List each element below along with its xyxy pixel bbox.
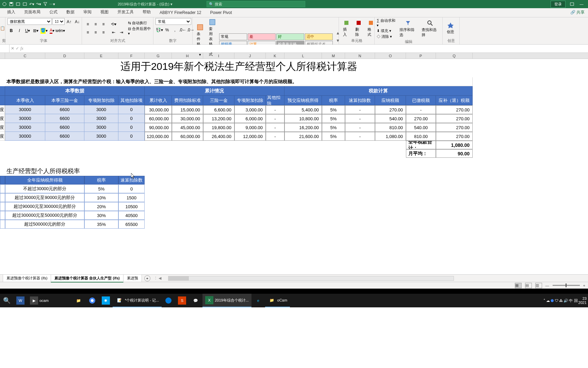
horizontal-scrollbar[interactable] bbox=[168, 276, 454, 281]
tab-view[interactable]: 视图 bbox=[96, 7, 113, 17]
col-header[interactable]: I bbox=[203, 53, 234, 59]
data-cell[interactable]: 19,800.00 bbox=[203, 123, 234, 132]
col-header[interactable]: M bbox=[322, 53, 345, 59]
merge-button[interactable]: ⊟ 合并后居中 ▾ bbox=[128, 26, 151, 36]
rate-cell[interactable]: 30% bbox=[84, 211, 118, 220]
sheet-title[interactable]: 适用于2019年新个税法生产经营型个人所得税计算器 bbox=[5, 59, 473, 74]
col-header[interactable]: O bbox=[375, 53, 406, 59]
fill-color-icon[interactable]: 🪣▾ bbox=[40, 27, 48, 34]
taskbar-app[interactable]: S bbox=[175, 294, 189, 307]
tab-layout[interactable]: 页面布局 bbox=[20, 7, 45, 17]
add-sheet-button[interactable]: + bbox=[144, 275, 150, 281]
border-icon[interactable]: ⊞▾ bbox=[32, 27, 39, 34]
sub-header[interactable]: 其他扣除项 bbox=[118, 96, 145, 105]
data-cell[interactable]: 6,000.00 bbox=[234, 114, 266, 123]
data-cell[interactable]: 30,000.00 bbox=[172, 114, 203, 123]
qat-icon[interactable] bbox=[15, 1, 21, 7]
data-cell[interactable]: 30000 bbox=[5, 123, 45, 132]
decrease-font-icon[interactable]: A↓ bbox=[74, 18, 81, 26]
data-cell[interactable]: - bbox=[345, 123, 375, 132]
page-layout-view-icon[interactable]: ▤ bbox=[525, 283, 532, 288]
data-cell[interactable]: 12,000.00 bbox=[234, 132, 266, 141]
row-label[interactable]: 度 bbox=[0, 123, 5, 132]
percent-icon[interactable]: % bbox=[163, 26, 171, 34]
zoom-slider[interactable] bbox=[553, 285, 580, 286]
data-cell[interactable]: 5% bbox=[322, 123, 345, 132]
select-all-corner[interactable] bbox=[0, 53, 5, 59]
search-box[interactable]: 🔍 搜索 bbox=[207, 1, 305, 7]
font-name-select[interactable]: 微软雅黑 bbox=[7, 18, 52, 25]
undo-icon[interactable]: ↶▾ bbox=[29, 1, 35, 7]
group-header[interactable]: 税款计算 bbox=[284, 86, 473, 96]
start-button[interactable]: 🔍 bbox=[0, 294, 14, 307]
rate-row[interactable]: 超过30000元至90000元的部分 10% 1500 bbox=[0, 193, 588, 202]
rate-cell[interactable]: 超过300000元至500000元的部分 bbox=[5, 211, 84, 220]
tab-developer[interactable]: 开发工具 bbox=[113, 7, 138, 17]
tray-ime[interactable]: 中 国 bbox=[569, 298, 577, 303]
ideas-button[interactable]: 创意 bbox=[445, 21, 456, 35]
sub-header[interactable]: 税率 bbox=[322, 96, 345, 105]
rate-cell[interactable]: 10500 bbox=[118, 202, 145, 211]
row-label[interactable]: 度 bbox=[0, 132, 5, 141]
data-cell[interactable]: 30000 bbox=[5, 105, 45, 114]
col-header[interactable]: C bbox=[5, 53, 45, 59]
increase-indent-icon[interactable]: ⇥ bbox=[118, 29, 125, 36]
data-cell[interactable]: 3000 bbox=[84, 105, 118, 114]
sub-header[interactable]: 本季收入 bbox=[5, 96, 45, 105]
align-left-icon[interactable]: ≡ bbox=[84, 29, 92, 36]
data-cell[interactable]: 810.00 bbox=[375, 123, 406, 132]
data-row[interactable]: 度 30000 6600 3000 0 120,000.00 60,000.00… bbox=[0, 132, 588, 141]
data-cell[interactable]: 45,000.00 bbox=[172, 123, 203, 132]
taskbar-ie[interactable]: e bbox=[251, 294, 265, 307]
row-label[interactable]: 度 bbox=[0, 105, 5, 114]
cancel-icon[interactable]: ✕ bbox=[11, 46, 14, 51]
data-cell[interactable]: 5% bbox=[322, 114, 345, 123]
rate-cell[interactable]: 超过90000元至300000元的部分 bbox=[5, 202, 84, 211]
tray-network-icon[interactable]: 🖧 bbox=[559, 298, 563, 303]
font-color-icon[interactable]: A▾ bbox=[48, 27, 56, 34]
col-header[interactable]: E bbox=[84, 53, 118, 59]
taskbar-app[interactable]: ✱ bbox=[99, 294, 113, 307]
col-header[interactable]: H bbox=[172, 53, 203, 59]
tab-review[interactable]: 审阅 bbox=[79, 7, 96, 17]
data-cell[interactable]: 540.00 bbox=[406, 123, 436, 132]
rate-cell[interactable]: 超过500000元的部分 bbox=[5, 220, 84, 229]
tab-help[interactable]: 帮助 bbox=[138, 7, 155, 17]
row-label[interactable]: 度 bbox=[0, 114, 5, 123]
rate-row[interactable]: 不超过30000元的部分 5% 0 bbox=[0, 184, 588, 193]
sub-header[interactable]: 三险一金 bbox=[203, 96, 234, 105]
summary-label[interactable]: 全年税款合计： bbox=[406, 141, 436, 149]
style-neutral[interactable]: 适中 bbox=[305, 33, 333, 40]
rate-table-title[interactable]: 生产经营型个人所得税税率 bbox=[5, 166, 145, 176]
summary-value[interactable]: 90.00 bbox=[436, 149, 473, 158]
name-box[interactable] bbox=[0, 45, 10, 52]
increase-decimal-icon[interactable]: .0← bbox=[179, 26, 186, 34]
wrap-text-button[interactable]: ⇆ 自动换行 bbox=[128, 20, 151, 26]
touch-icon[interactable]: ▾ bbox=[49, 1, 55, 7]
data-cell[interactable]: 60,000.00 bbox=[145, 114, 172, 123]
col-header[interactable]: G bbox=[145, 53, 172, 59]
redo-icon[interactable]: ↷▾ bbox=[35, 1, 42, 7]
data-cell[interactable]: 30000 bbox=[5, 132, 45, 141]
style-normal[interactable]: 常规 bbox=[219, 33, 247, 40]
data-cell[interactable]: 5% bbox=[322, 132, 345, 141]
tray-time[interactable]: 23 bbox=[578, 296, 587, 301]
col-header[interactable]: P bbox=[406, 53, 436, 59]
summary-label[interactable]: 月平均： bbox=[406, 149, 436, 158]
data-cell[interactable]: - bbox=[345, 132, 375, 141]
share-button[interactable]: 🔗 共享 bbox=[567, 8, 588, 17]
autosave-icon[interactable] bbox=[1, 1, 7, 7]
sub-header[interactable]: 预交应纳税所得 bbox=[284, 96, 322, 105]
formula-input[interactable] bbox=[25, 45, 588, 52]
sub-header[interactable]: 已缴税额 bbox=[406, 96, 436, 105]
data-cell[interactable]: 0 bbox=[118, 105, 145, 114]
clear-button[interactable]: ◇ 清除 ▾ bbox=[377, 34, 396, 39]
bold-icon[interactable]: B bbox=[7, 27, 15, 34]
tab-abbyy[interactable]: ABBYY FineReader 12 bbox=[155, 8, 206, 17]
data-cell[interactable]: 1,080.00 bbox=[375, 132, 406, 141]
align-center-icon[interactable]: ≡ bbox=[92, 29, 99, 36]
rate-cell[interactable]: 65500 bbox=[118, 220, 145, 229]
taskbar-chrome[interactable] bbox=[85, 294, 99, 307]
sub-header[interactable]: 累计收入 bbox=[145, 96, 172, 105]
data-cell[interactable]: 270.00 bbox=[436, 123, 473, 132]
